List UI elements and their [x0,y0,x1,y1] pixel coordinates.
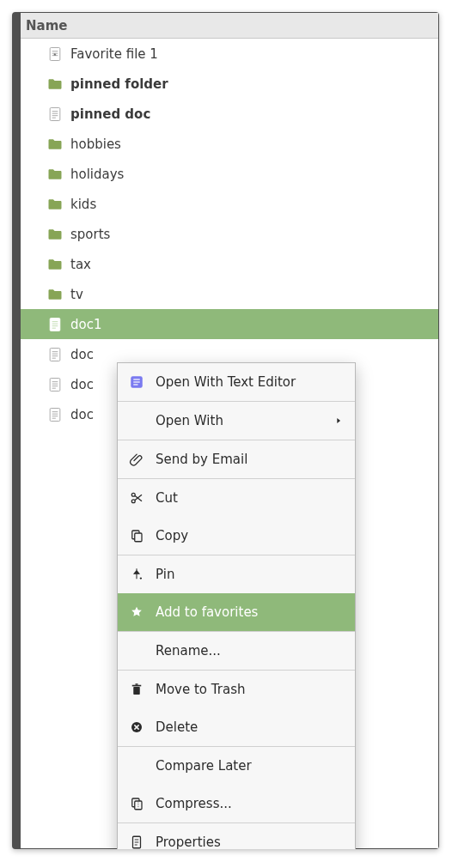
menu-item-label: Send by Email [156,452,343,467]
item-label: doc [70,347,94,362]
properties-icon [128,834,145,849]
folder-icon [46,196,64,213]
document-icon [46,316,64,333]
item-label: holidays [70,167,124,182]
menu-item-compress[interactable]: Compress... [118,785,355,822]
column-header[interactable]: Name [21,13,438,39]
copy-icon [128,527,145,544]
folder-icon [46,226,64,243]
text-editor-icon [128,373,145,391]
folder-row[interactable]: tax [21,249,438,279]
menu-item-open-with[interactable]: Open With [118,402,355,440]
item-label: hobbies [70,137,121,152]
menu-item-label: Pin [156,567,343,582]
menu-item-label: Copy [156,528,343,543]
menu-item-label: Properties [156,835,343,849]
folder-icon [46,256,64,273]
menu-item-pin[interactable]: Pin [118,555,355,593]
menu-item-move-to-trash[interactable]: Move to Trash [118,671,355,708]
file-row[interactable]: pinned doc [21,99,438,129]
folder-row[interactable]: tv [21,279,438,309]
item-label: sports [70,227,110,242]
item-label: tv [70,287,83,302]
menu-item-open-with-text-editor[interactable]: Open With Text Editor [118,363,355,401]
item-label: pinned doc [70,106,150,122]
delete-icon [128,719,145,736]
menu-item-compare-later[interactable]: Compare Later [118,747,355,785]
menu-item-label: Open With [156,413,324,428]
item-label: kids [70,197,96,212]
file-row[interactable]: Favorite file 1 [21,39,438,69]
item-label: doc [70,407,94,422]
menu-item-label: Compress... [156,796,343,811]
folder-row[interactable]: hobbies [21,129,438,159]
menu-item-cut[interactable]: Cut [118,479,355,517]
item-label: doc [70,377,94,392]
favorite-document-icon [46,46,64,63]
menu-item-copy[interactable]: Copy [118,517,355,555]
menu-item-properties[interactable]: Properties [118,823,355,849]
item-label: pinned folder [70,76,168,92]
menu-item-label: Delete [156,719,343,735]
star-icon [128,604,145,621]
submenu-arrow-icon [334,416,343,426]
menu-icon-spacer [128,642,145,659]
context-menu: Open With Text EditorOpen WithSend by Em… [117,362,356,849]
item-label: doc1 [70,317,102,332]
file-manager-window: Name Favorite file 1pinned folderpinned … [12,12,439,849]
scissors-icon [128,489,145,507]
column-header-label: Name [26,18,67,33]
menu-icon-spacer [128,412,145,429]
menu-item-label: Move to Trash [156,682,343,697]
folder-row[interactable]: pinned folder [21,69,438,99]
menu-item-add-to-favorites[interactable]: Add to favorites [118,593,355,631]
menu-item-label: Rename... [156,643,343,659]
trash-icon [128,681,145,698]
menu-item-label: Open With Text Editor [156,374,343,390]
document-icon [46,376,64,393]
menu-icon-spacer [128,757,145,774]
menu-item-rename[interactable]: Rename... [118,632,355,670]
item-label: Favorite file 1 [70,46,158,62]
compress-icon [128,795,145,812]
screenshot-root: Name Favorite file 1pinned folderpinned … [0,0,452,868]
document-icon [46,106,64,123]
menu-item-send-by-email[interactable]: Send by Email [118,440,355,478]
menu-item-delete[interactable]: Delete [118,708,355,746]
folder-icon [46,136,64,153]
pin-icon [128,566,145,583]
folder-icon [46,76,64,93]
menu-item-label: Cut [156,490,343,506]
document-icon [46,406,64,423]
folder-row[interactable]: sports [21,219,438,249]
paperclip-icon [128,451,145,468]
folder-row[interactable]: kids [21,189,438,219]
folder-icon [46,286,64,303]
menu-item-label: Compare Later [156,758,343,774]
file-row[interactable]: doc1 [21,309,438,339]
folder-icon [46,166,64,183]
item-label: tax [70,257,91,272]
menu-item-label: Add to favorites [156,604,343,620]
folder-row[interactable]: holidays [21,159,438,189]
document-icon [46,346,64,363]
